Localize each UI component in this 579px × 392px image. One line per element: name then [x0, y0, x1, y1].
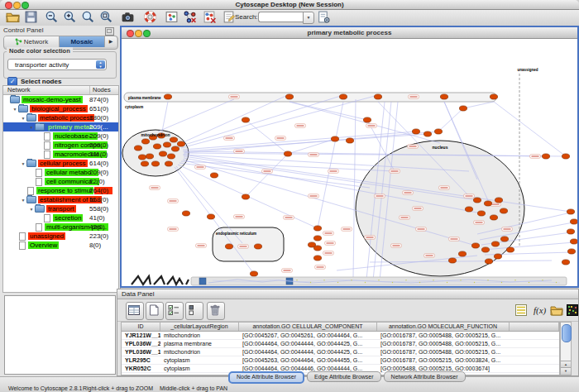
- tree-row[interactable]: ▼primary metab...209(...: [3, 122, 118, 131]
- expand-triangle-icon[interactable]: ▼: [12, 107, 18, 112]
- expand-triangle-icon[interactable]: ▼: [28, 207, 35, 212]
- tree-row[interactable]: ▼establishment of lo...558(0): [3, 195, 118, 204]
- network-node[interactable]: [177, 141, 184, 146]
- network-node[interactable]: [423, 131, 431, 136]
- network-node[interactable]: [170, 137, 177, 142]
- save-session-icon[interactable]: [24, 10, 38, 24]
- unselect-attributes-icon[interactable]: [185, 302, 203, 320]
- expand-triangle-icon[interactable]: ▼: [20, 161, 26, 166]
- network-node[interactable]: [471, 243, 479, 248]
- zoom-out-icon[interactable]: [45, 10, 59, 24]
- network-node[interactable]: [562, 154, 569, 159]
- tree-row[interactable]: ▼cellular process614(0): [3, 159, 118, 168]
- network-node[interactable]: [159, 151, 166, 156]
- table-column-header[interactable]: annotation.GO MOLECULAR_FUNCTION: [377, 323, 510, 331]
- zoom-in-icon[interactable]: [63, 10, 77, 24]
- network-node[interactable]: [339, 94, 347, 99]
- tree-row[interactable]: ▼transport558(0): [3, 204, 118, 213]
- network-node[interactable]: [242, 117, 249, 122]
- attribute-combobox[interactable]: transporter activity ▲▼: [7, 59, 107, 70]
- network-node[interactable]: [473, 198, 481, 203]
- browser-tab-edge[interactable]: Edge Attribute Browser: [307, 371, 381, 382]
- snapshot-camera-icon[interactable]: [121, 10, 135, 24]
- network-node[interactable]: [163, 142, 170, 147]
- network-node[interactable]: [477, 211, 485, 216]
- browser-tab-network[interactable]: Network Attribute Browser: [384, 371, 466, 382]
- tree-row[interactable]: unassigned223(0): [3, 232, 118, 241]
- network-node[interactable]: [490, 94, 497, 99]
- network-node[interactable]: [485, 259, 492, 264]
- tree-row[interactable]: secretion41(0): [3, 213, 118, 222]
- network-node[interactable]: [481, 247, 489, 252]
- delete-attribute-trash-icon[interactable]: [207, 302, 225, 320]
- network-node[interactable]: [285, 94, 293, 99]
- zoom-selected-icon[interactable]: [81, 10, 95, 24]
- table-row[interactable]: YJR121W__1mitochondrion[GO:0045267, GO:0…: [122, 332, 559, 340]
- network-node[interactable]: [412, 129, 419, 134]
- network-node[interactable]: [167, 154, 175, 159]
- network-node[interactable]: [458, 251, 466, 256]
- help-lifesaver-icon[interactable]: [143, 10, 157, 24]
- network-window-title-bar[interactable]: primary metabolic process: [122, 27, 577, 39]
- network-node[interactable]: [182, 211, 189, 216]
- network-node[interactable]: [440, 94, 447, 99]
- network-node[interactable]: [459, 106, 467, 111]
- tree-header-nodes[interactable]: Nodes: [89, 86, 117, 94]
- network-node[interactable]: [490, 215, 497, 220]
- network-node[interactable]: [562, 260, 569, 265]
- attribute-list-icon[interactable]: [514, 303, 529, 318]
- formula-builder-icon[interactable]: f(x): [533, 303, 548, 318]
- network-node[interactable]: [567, 249, 575, 254]
- vizmapper-icon[interactable]: [165, 10, 179, 24]
- annotation-icon[interactable]: [222, 10, 236, 24]
- network-node[interactable]: [484, 201, 491, 206]
- network-node[interactable]: [138, 155, 146, 160]
- network-node[interactable]: [164, 94, 171, 99]
- network-node[interactable]: [250, 271, 257, 276]
- network-node[interactable]: [171, 146, 179, 151]
- network-node[interactable]: [146, 154, 153, 159]
- open-file-icon[interactable]: [6, 10, 20, 24]
- network-node[interactable]: [570, 219, 577, 224]
- network-node[interactable]: [225, 244, 232, 249]
- tree-row[interactable]: cellular metabo...209(0): [3, 168, 118, 177]
- network-node[interactable]: [346, 138, 353, 143]
- network-node[interactable]: [374, 94, 381, 99]
- expand-triangle-icon[interactable]: ▼: [20, 198, 26, 203]
- attribute-matrix-icon[interactable]: [565, 303, 579, 318]
- tree-row[interactable]: Overview8(0): [3, 241, 118, 250]
- network-node[interactable]: [153, 144, 160, 149]
- network-node[interactable]: [242, 194, 249, 199]
- network-node[interactable]: [141, 161, 148, 166]
- table-row[interactable]: YPL036W__2plasma membrane[GO:0044464, GO…: [122, 340, 559, 348]
- network-node[interactable]: [448, 258, 456, 263]
- tree-row[interactable]: ▼biological_process651(0): [3, 104, 118, 113]
- tree-row[interactable]: mosaic-demo-yeast874(0): [3, 95, 118, 104]
- network-node[interactable]: [542, 154, 549, 159]
- network-node[interactable]: [570, 239, 577, 244]
- network-node[interactable]: [331, 136, 338, 141]
- import-attributes-folder-icon[interactable]: [549, 303, 564, 318]
- search-dropdown-arrow[interactable]: ▼: [303, 12, 314, 24]
- network-node[interactable]: [506, 247, 514, 252]
- expand-triangle-icon[interactable]: ▼: [28, 125, 35, 130]
- network-node[interactable]: [491, 241, 499, 246]
- zoom-fit-icon[interactable]: [99, 10, 113, 24]
- network-node[interactable]: [313, 236, 321, 241]
- tree-row[interactable]: ▼metabolic process280(0): [3, 113, 118, 122]
- data-panel-title-bar[interactable]: Data Panel: [117, 289, 578, 299]
- network-node[interactable]: [207, 214, 214, 219]
- table-scrollbar[interactable]: ▲ ▼: [560, 322, 572, 375]
- network-node[interactable]: [313, 256, 321, 261]
- tab-overflow-arrow[interactable]: ▶: [105, 36, 117, 47]
- network-node[interactable]: [165, 161, 172, 166]
- network-node[interactable]: [500, 237, 508, 241]
- network-node[interactable]: [210, 173, 218, 178]
- table-column-header[interactable]: _cellularLayoutRegion: [160, 323, 239, 331]
- tree-row[interactable]: macromolecule...311(0): [3, 150, 118, 159]
- tree-row[interactable]: nitrogen compo...209(0): [3, 141, 118, 150]
- tab-mosaic[interactable]: Mosaic: [60, 36, 105, 47]
- search-input[interactable]: [258, 12, 305, 22]
- table-column-header[interactable]: annotation.GO CELLULAR_COMPONENT: [239, 323, 377, 331]
- expand-triangle-icon[interactable]: ▼: [20, 116, 26, 121]
